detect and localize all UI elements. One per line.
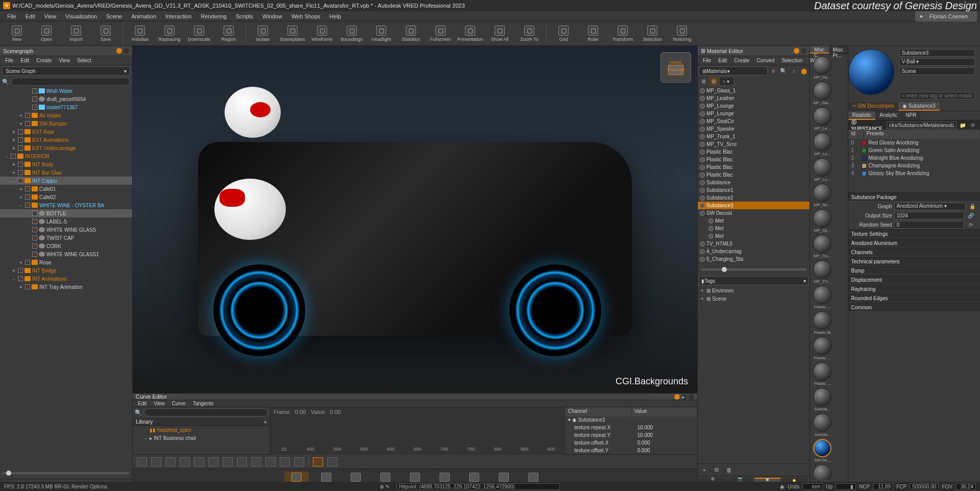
panel-close-icon[interactable]	[124, 48, 129, 54]
material-thumb[interactable]: MP_Le...	[812, 107, 832, 131]
material-thumb[interactable]: MP_Gla...	[812, 82, 832, 105]
panel-dot-icon[interactable]	[116, 48, 122, 54]
tree-node[interactable]: +✓Air Intake	[0, 111, 132, 119]
menu-visualization[interactable]: Visualization	[61, 12, 101, 20]
tool-new[interactable]: ▢New	[4, 24, 30, 43]
material-item[interactable]: Met	[698, 232, 810, 240]
collapse-icon[interactable]: ▴	[264, 418, 267, 425]
material-thumb[interactable]: MP_TV...	[812, 260, 832, 284]
tree-node[interactable]: -✓WHITE WINE - OYSTER BA	[0, 201, 132, 209]
mat-del-icon[interactable]: 🗑	[724, 465, 733, 475]
material-thumb[interactable]: MP_Da...	[812, 56, 832, 80]
tree-node[interactable]: ✓CORK	[0, 242, 132, 250]
material-thumb[interactable]: MP_Tru...	[812, 235, 832, 258]
tree-node[interactable]: ✓TWIST CAP	[0, 234, 132, 242]
output-size-field[interactable]	[894, 212, 964, 219]
material-item[interactable]: Substance1	[698, 186, 810, 194]
me-refresh-icon[interactable]	[794, 48, 799, 54]
tree-node[interactable]: +✓Rose	[0, 258, 132, 266]
me-menu-selection[interactable]: Selection	[778, 57, 805, 64]
tree-node[interactable]: +✓INT Bridge	[0, 266, 132, 275]
ce-add-icon[interactable]: +	[681, 394, 687, 400]
material-thumb[interactable]: Plastic Bl	[812, 311, 832, 335]
material-name-field[interactable]	[899, 49, 975, 57]
browse-icon[interactable]: 📁	[959, 120, 967, 130]
mat-group[interactable]: +⊞Scene	[698, 294, 810, 303]
material-thumb[interactable]: Plastic ...	[812, 286, 832, 309]
search-icon[interactable]: 🔍	[779, 66, 788, 76]
mat-group[interactable]: +⊞Environm	[698, 286, 810, 294]
menu-scripts[interactable]: Scripts	[232, 12, 257, 20]
material-item[interactable]: SW Decost	[698, 209, 810, 217]
tool-wireframe[interactable]: ▢Wireframe	[309, 24, 335, 43]
menu-scene[interactable]: Scene	[102, 12, 126, 20]
tree-node[interactable]: +✓EXT Undercarriage	[0, 144, 132, 152]
sg-menu-select[interactable]: Select	[74, 57, 94, 64]
graph-dropdown[interactable]: Anodized Aluminium ▾	[894, 203, 966, 210]
seed-field[interactable]	[894, 221, 964, 229]
material-item[interactable]: Plastic Blac	[698, 156, 810, 163]
mat-dup-icon[interactable]: ⧉	[712, 465, 721, 475]
key-icon[interactable]	[137, 457, 147, 467]
curve-graph[interactable]: Frame 0.00 Value 0.00 224505005506006507…	[271, 407, 565, 455]
material-type-dropdown[interactable]: V-Ball ▾	[899, 58, 975, 66]
me-menu-create[interactable]: Create	[731, 57, 752, 64]
menu-interaction[interactable]: Interaction	[161, 12, 195, 20]
ce-menu-view[interactable]: View	[151, 400, 168, 407]
randomize-icon[interactable]: ⟳	[966, 220, 975, 229]
tree-node[interactable]: +✓EXT Animations	[0, 136, 132, 144]
scenegraph-tree[interactable]: ✓Wish Water✓draft_piece#5654✓node#771367…	[0, 87, 132, 468]
tool-antialias[interactable]: ▢Antialias	[127, 24, 153, 43]
tool-transform[interactable]: ▢Transform	[610, 24, 635, 43]
tool-ruler[interactable]: ▢Ruler	[580, 24, 606, 43]
crumb-decostripes[interactable]: ✂ SW Decostripes	[848, 102, 898, 111]
material-thumb[interactable]: MP_Lo...	[812, 158, 832, 182]
section-technical-parameters[interactable]: Technical parameters	[848, 257, 980, 266]
me-menu-edit[interactable]: Edit	[715, 57, 730, 64]
up-field[interactable]: ▮	[836, 483, 856, 490]
ncp-field[interactable]: 11.89	[873, 483, 893, 490]
me-menu-convert[interactable]: Convert	[753, 57, 777, 64]
section-substance-package[interactable]: Substance Package	[848, 192, 980, 202]
preset-row[interactable]: 1Green Satin Anodizing	[848, 146, 980, 154]
tree-node[interactable]: ✓node#771367	[0, 103, 132, 111]
menu-window[interactable]: Window	[258, 12, 286, 20]
me-close-icon[interactable]	[801, 48, 806, 54]
tree-node[interactable]: +✓Cafe01	[0, 185, 132, 193]
materials-list[interactable]: MP_Glass_1MP_LeatherMP_LoungeMP_LoungeMP…	[698, 87, 810, 264]
sg-menu-edit[interactable]: Edit	[17, 57, 32, 64]
view-cube[interactable]: HOME Front Left	[660, 52, 691, 83]
tool-raytracing[interactable]: ▢Raytracing	[157, 24, 182, 43]
menu-rendering[interactable]: Rendering	[197, 12, 231, 20]
lib-item[interactable]: ▮▮headrest_open	[133, 426, 270, 434]
material-item[interactable]: 4_Undercarriag	[698, 248, 810, 255]
material-item[interactable]: MP_SeatCo	[698, 117, 810, 125]
linear-icon[interactable]	[194, 457, 204, 467]
lock-icon[interactable]: 🔒	[968, 202, 977, 211]
crumb-substance[interactable]: ◉ Substance3	[898, 102, 940, 111]
magnet-icon[interactable]	[313, 457, 323, 467]
tool-isolate[interactable]: ▢Isolate	[250, 24, 276, 43]
material-thumb[interactable]: SW De...	[812, 439, 832, 462]
material-item[interactable]: Substance	[698, 179, 810, 186]
sg-menu-create[interactable]: Create	[33, 57, 55, 64]
preset-row[interactable]: 0Red Glossy Anodizing	[848, 139, 980, 146]
sg-menu-view[interactable]: View	[56, 57, 73, 64]
ce-close-icon[interactable]	[689, 394, 694, 400]
material-thumb[interactable]: Substa...	[812, 388, 832, 411]
scenegraph-mode-dropdown[interactable]: Scene Graph▾	[2, 66, 130, 76]
material-thumb[interactable]: TV_HT...	[812, 464, 832, 480]
material-thumbnails[interactable]: MP_Da...MP_Gla...MP_Le...MP_Lo...MP_Lo..…	[810, 54, 848, 480]
tool-grid[interactable]: ▢Grid	[551, 24, 576, 43]
tangent-icon[interactable]	[165, 457, 176, 467]
menu-help[interactable]: Help	[326, 12, 346, 20]
section-texture-settings[interactable]: Texture Settings	[848, 229, 980, 238]
tool-fullscreen[interactable]: ▢Fullscreen	[428, 24, 453, 43]
tool-boundings[interactable]: ▢Boundings	[339, 24, 364, 43]
menu-file[interactable]: File	[3, 12, 20, 20]
scenegraph-search[interactable]	[11, 78, 130, 86]
material-item[interactable]: Met	[698, 217, 810, 225]
thumb-tab-1[interactable]: Misc C...	[810, 46, 829, 54]
auto-icon[interactable]	[251, 457, 261, 467]
shade-tab-npr[interactable]: NPR	[901, 111, 920, 120]
